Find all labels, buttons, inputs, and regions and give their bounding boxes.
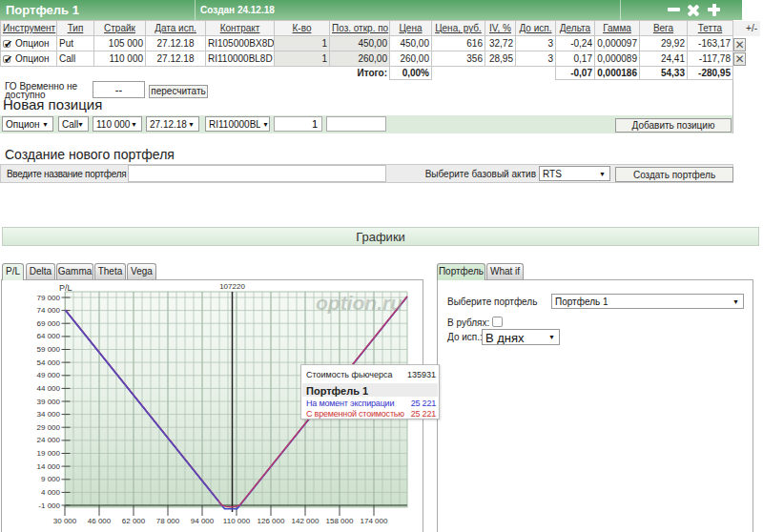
svg-text:39 000: 39 000: [37, 398, 61, 406]
svg-text:174 000: 174 000: [361, 517, 388, 525]
svg-text:62 000: 62 000: [122, 517, 146, 525]
svg-text:64 000: 64 000: [37, 332, 61, 340]
svg-text:44 000: 44 000: [37, 384, 61, 393]
svg-text:142 000: 142 000: [292, 517, 320, 525]
svg-text:69 000: 69 000: [37, 319, 61, 328]
svg-text:14 000: 14 000: [37, 462, 61, 471]
svg-text:9 000: 9 000: [41, 475, 61, 483]
svg-text:107220: 107220: [219, 282, 245, 291]
svg-text:78 000: 78 000: [156, 517, 180, 525]
svg-text:59 000: 59 000: [37, 345, 61, 354]
svg-text:19 000: 19 000: [37, 449, 61, 458]
svg-text:74 000: 74 000: [37, 306, 61, 315]
svg-text:79 000: 79 000: [37, 294, 61, 302]
svg-text:54 000: 54 000: [37, 358, 61, 367]
svg-text:P/L: P/L: [59, 283, 72, 293]
svg-text:49 000: 49 000: [37, 371, 61, 379]
svg-text:30 000: 30 000: [53, 517, 77, 525]
svg-text:24 000: 24 000: [37, 436, 61, 444]
svg-text:126 000: 126 000: [258, 517, 285, 525]
svg-text:110 000: 110 000: [223, 517, 251, 525]
svg-text:34 000: 34 000: [37, 410, 61, 419]
svg-text:4 000: 4 000: [41, 488, 61, 497]
svg-text:29 000: 29 000: [37, 423, 61, 432]
svg-text:-1 000: -1 000: [38, 501, 60, 510]
svg-text:94 000: 94 000: [191, 517, 215, 525]
svg-text:46 000: 46 000: [88, 517, 112, 525]
svg-text:158 000: 158 000: [326, 517, 354, 525]
